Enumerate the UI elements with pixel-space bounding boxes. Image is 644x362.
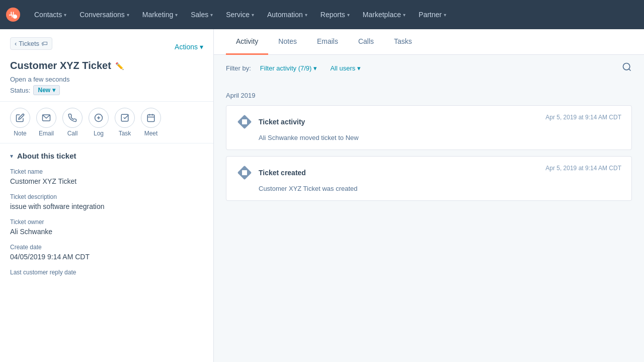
marketing-chevron-icon: ▾	[175, 12, 178, 18]
email-label: Email	[39, 130, 54, 137]
ticket-header-top: ‹ Tickets 🏷 Actions ▾	[10, 37, 203, 56]
back-to-tickets-link[interactable]: ‹ Tickets 🏷	[10, 37, 52, 50]
search-button[interactable]	[622, 62, 632, 75]
svg-line-11	[629, 69, 631, 71]
nav-reports[interactable]: Reports ▾	[314, 7, 356, 23]
activity-2-description: Customer XYZ Ticket was created	[236, 185, 621, 192]
call-button[interactable]: Call	[62, 108, 83, 137]
filter-users-label: All users	[330, 64, 355, 72]
filter-left: Filter by: Filter activity (7/9) ▾ All u…	[226, 62, 365, 74]
meet-label: Meet	[144, 130, 158, 137]
tab-calls[interactable]: Calls	[348, 29, 384, 55]
task-button[interactable]: Task	[115, 108, 135, 137]
nav-automation[interactable]: Automation ▾	[261, 7, 313, 23]
status-dropdown[interactable]: New ▾	[33, 85, 60, 95]
ticket-header: ‹ Tickets 🏷 Actions ▾ Customer XYZ Ticke…	[0, 29, 213, 102]
status-chevron-icon: ▾	[52, 87, 55, 94]
svg-point-10	[623, 63, 630, 70]
ticket-activity-icon	[236, 114, 253, 130]
nav-sales[interactable]: Sales ▾	[185, 7, 219, 23]
nav-service[interactable]: Service ▾	[220, 7, 260, 23]
edit-title-icon[interactable]: ✏️	[115, 62, 124, 70]
actions-button[interactable]: Actions ▾	[175, 43, 203, 51]
ticket-description-label: Ticket description	[10, 193, 203, 200]
status-value: New	[38, 87, 50, 94]
meet-button[interactable]: Meet	[141, 108, 161, 137]
ticket-owner-label: Ticket owner	[10, 219, 203, 226]
service-chevron-icon: ▾	[252, 12, 254, 18]
ticket-description-value: issue with software integration	[10, 202, 203, 210]
filter-activity-dropdown[interactable]: Filter activity (7/9) ▾	[256, 62, 321, 74]
status-row: Status: New ▾	[10, 85, 203, 95]
nav-partner[interactable]: Partner ▾	[413, 7, 452, 23]
tabs-bar: Activity Notes Emails Calls Tasks	[214, 29, 644, 55]
tab-tasks[interactable]: Tasks	[384, 29, 422, 55]
note-icon	[10, 108, 30, 128]
ticket-description-field: Ticket description issue with software i…	[10, 193, 203, 210]
tab-emails[interactable]: Emails	[307, 29, 348, 55]
actions-label: Actions	[175, 43, 198, 51]
task-icon	[115, 108, 135, 128]
ticket-meta: Open a few seconds Status: New ▾	[10, 71, 203, 101]
create-date-value: 04/05/2019 9:14 AM CDT	[10, 253, 203, 261]
right-panel: Activity Notes Emails Calls Tasks Filter…	[214, 29, 644, 362]
reports-chevron-icon: ▾	[347, 12, 350, 18]
month-label: April 2019	[226, 92, 632, 99]
note-button[interactable]: Note	[10, 108, 30, 137]
filter-bar: Filter by: Filter activity (7/9) ▾ All u…	[214, 55, 644, 82]
open-time: Open a few seconds	[10, 76, 203, 83]
action-buttons-bar: Note Email Call Log	[0, 102, 213, 143]
create-date-field: Create date 04/05/2019 9:14 AM CDT	[10, 244, 203, 261]
about-chevron-icon: ▾	[10, 153, 13, 160]
ticket-name-label: Ticket name	[10, 168, 203, 175]
activity-1-description: Ali Schwanke moved ticket to New	[236, 134, 621, 141]
nav-marketplace[interactable]: Marketplace ▾	[357, 7, 412, 23]
log-label: Log	[94, 130, 104, 137]
about-title: About this ticket	[17, 152, 76, 160]
last-reply-date-field: Last customer reply date	[10, 269, 203, 278]
partner-chevron-icon: ▾	[444, 12, 446, 18]
nav-conversations[interactable]: Conversations ▾	[73, 7, 135, 23]
actions-chevron-icon: ▾	[200, 43, 203, 51]
note-label: Note	[14, 130, 26, 137]
nav-marketing[interactable]: Marketing ▾	[136, 7, 184, 23]
activity-1-time: Apr 5, 2019 at 9:14 AM CDT	[545, 114, 621, 121]
ticket-tag-icon: 🏷	[41, 40, 48, 47]
contacts-chevron-icon: ▾	[64, 12, 66, 18]
ticket-owner-value: Ali Schwanke	[10, 228, 203, 236]
app-layout: ‹ Tickets 🏷 Actions ▾ Customer XYZ Ticke…	[0, 29, 644, 362]
ticket-created-icon	[236, 165, 253, 181]
svg-rect-5	[121, 114, 128, 121]
ticket-name-value: Customer XYZ Ticket ⊞	[10, 177, 203, 185]
sales-chevron-icon: ▾	[210, 12, 213, 18]
call-label: Call	[67, 130, 78, 137]
tab-notes[interactable]: Notes	[268, 29, 307, 55]
activity-card-ticket-activity: Ticket activity Apr 5, 2019 at 9:14 AM C…	[226, 105, 632, 150]
activity-2-name: Ticket created	[259, 169, 306, 177]
tab-activity[interactable]: Activity	[226, 29, 268, 55]
top-navigation: Contacts ▾ Conversations ▾ Marketing ▾ S…	[0, 0, 644, 29]
activity-card-2-header: Ticket created Apr 5, 2019 at 9:14 AM CD…	[236, 165, 621, 181]
activity-card-ticket-created: Ticket created Apr 5, 2019 at 9:14 AM CD…	[226, 156, 632, 201]
automation-chevron-icon: ▾	[305, 12, 307, 18]
activity-card-2-left: Ticket created	[236, 165, 306, 181]
about-header[interactable]: ▾ About this ticket	[10, 152, 203, 160]
activity-content: April 2019 Ticket activity Apr 5, 2019 a…	[214, 82, 644, 362]
nav-contacts[interactable]: Contacts ▾	[28, 7, 72, 23]
nav-items: Contacts ▾ Conversations ▾ Marketing ▾ S…	[28, 7, 638, 23]
back-arrow-icon: ‹	[15, 40, 17, 47]
activity-2-time: Apr 5, 2019 at 9:14 AM CDT	[545, 165, 621, 172]
hubspot-logo[interactable]	[6, 8, 20, 22]
activity-card-1-header: Ticket activity Apr 5, 2019 at 9:14 AM C…	[236, 114, 621, 130]
call-icon	[62, 108, 83, 128]
log-button[interactable]: Log	[89, 108, 109, 137]
filter-activity-chevron-icon: ▾	[313, 64, 317, 72]
email-button[interactable]: Email	[36, 108, 56, 137]
ticket-owner-field: Ticket owner Ali Schwanke	[10, 219, 203, 236]
create-date-label: Create date	[10, 244, 203, 251]
activity-card-1-left: Ticket activity	[236, 114, 305, 130]
ticket-name-field: Ticket name Customer XYZ Ticket ⊞	[10, 168, 203, 185]
filter-users-dropdown[interactable]: All users ▾	[326, 62, 365, 74]
activity-1-name: Ticket activity	[259, 118, 305, 126]
back-label: Tickets	[19, 40, 39, 47]
